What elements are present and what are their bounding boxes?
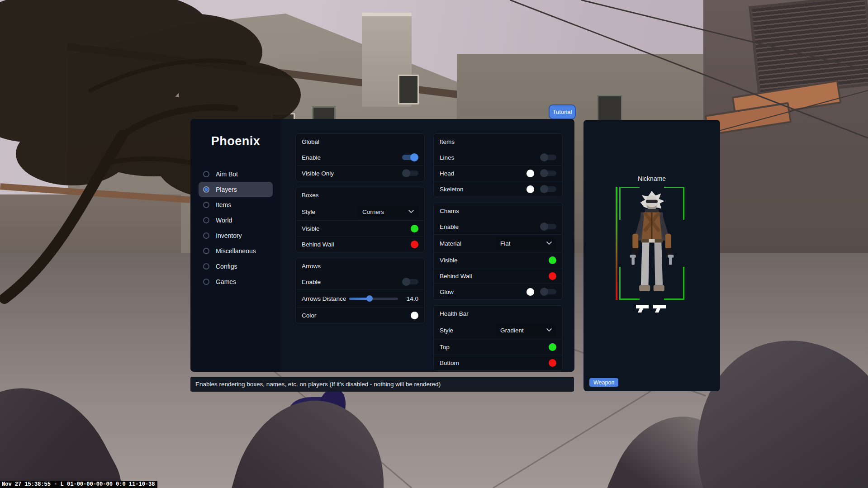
sidebar-item-world[interactable]: World (199, 213, 273, 228)
setting-row: Head (434, 165, 562, 181)
setting-row: Skeleton (434, 181, 562, 197)
setting-label: Style (440, 327, 453, 334)
setting-row: Visible Only (296, 165, 424, 181)
chams-enable-toggle[interactable] (540, 224, 556, 229)
cheat-menu-window: Phoenix Aim Bot Players Items World Inve… (190, 119, 574, 372)
visible-only-toggle[interactable] (402, 171, 418, 176)
sidebar-item-label: Configs (216, 263, 237, 270)
dropdown-value: Gradient (500, 327, 524, 334)
setting-row: Visible (434, 252, 562, 268)
sidebar-item-label: Games (216, 278, 236, 285)
setting-label: Skeleton (440, 186, 464, 193)
tooltip-bar: Enables rendering boxes, names, etc. on … (190, 377, 574, 392)
glow-toggle[interactable] (540, 289, 556, 294)
sidebar-item-games[interactable]: Games (199, 274, 273, 289)
setting-label: Behind Wall (440, 273, 472, 280)
arrows-color-swatch[interactable] (411, 312, 418, 319)
radio-icon (203, 186, 209, 193)
section-items: Items Lines Head Skeleton (433, 133, 563, 197)
setting-label: Arrows Distance (302, 295, 346, 302)
section-header: Chams (434, 203, 562, 219)
setting-row: Enable (434, 219, 562, 234)
setting-label: Top (440, 344, 450, 351)
boxes-style-dropdown[interactable]: Corners (358, 205, 418, 218)
section-header: Health Bar (434, 306, 562, 322)
arrows-enable-toggle[interactable] (402, 279, 418, 284)
arrows-distance-slider[interactable] (349, 298, 398, 300)
sidebar-item-label: Inventory (216, 232, 242, 239)
toggle-knob (540, 223, 548, 231)
setting-row: Arrows Distance 14.0 (296, 289, 424, 307)
section-header: Items (434, 134, 562, 150)
setting-label: Enable (302, 154, 321, 161)
radio-icon (203, 232, 209, 239)
radio-icon (203, 217, 209, 223)
preview-stage (619, 187, 684, 300)
setting-row: Color (296, 307, 424, 323)
setting-label: Visible (440, 257, 458, 264)
boxes-visible-color-swatch[interactable] (411, 225, 418, 232)
setting-row: Visible (296, 220, 424, 236)
toggle-knob (540, 185, 548, 193)
sidebar-item-items[interactable]: Items (199, 197, 273, 213)
radio-icon (203, 263, 209, 270)
section-header: Arrows (296, 258, 424, 274)
section-boxes: Boxes Style Corners Visible Behind Wall (295, 187, 425, 252)
sidebar-item-inventory[interactable]: Inventory (199, 228, 273, 243)
skeleton-toggle[interactable] (540, 186, 556, 192)
chams-visible-color-swatch[interactable] (549, 256, 556, 264)
toggle-knob (540, 153, 548, 161)
section-header: Boxes (296, 187, 424, 203)
slider-knob[interactable] (366, 295, 373, 302)
section-header: Global (296, 134, 424, 150)
chevron-down-icon (546, 328, 552, 332)
health-bar-top-color-swatch[interactable] (549, 343, 556, 351)
health-gradient-bar (616, 187, 617, 300)
pistol-icons (636, 303, 668, 313)
setting-label: Material (440, 240, 461, 247)
chams-behind-wall-color-swatch[interactable] (549, 272, 556, 280)
setting-label: Behind Wall (302, 241, 334, 248)
menu-sidebar: Phoenix Aim Bot Players Items World Inve… (190, 119, 281, 372)
section-chams: Chams Enable Material Flat Visible (433, 203, 563, 300)
radio-icon (203, 279, 209, 285)
setting-row: Behind Wall (434, 268, 562, 284)
sidebar-item-configs[interactable]: Configs (199, 259, 273, 274)
section-arrows: Arrows Enable Arrows Distance 14.0 (295, 258, 425, 323)
section-global: Global Enable Visible Only (295, 133, 425, 181)
radio-icon (203, 248, 209, 254)
weapon-button[interactable]: Weapon (589, 378, 618, 387)
items-lines-toggle[interactable] (540, 155, 556, 160)
setting-label: Style (302, 208, 315, 215)
toggle-knob (540, 288, 548, 296)
chams-material-dropdown[interactable]: Flat (496, 237, 556, 250)
tutorial-button[interactable]: Tutorial (549, 104, 576, 119)
glow-color-swatch[interactable] (526, 288, 534, 296)
sidebar-item-aim-bot[interactable]: Aim Bot (199, 166, 273, 182)
head-color-swatch[interactable] (526, 170, 534, 177)
setting-label: Visible (302, 225, 320, 232)
setting-row: Lines (434, 150, 562, 165)
global-enable-toggle[interactable] (402, 155, 418, 160)
toggle-knob (402, 278, 410, 286)
head-toggle[interactable] (540, 171, 556, 176)
setting-label: Glow (440, 289, 454, 295)
setting-row: Material Flat (434, 234, 562, 252)
setting-row: Enable (296, 274, 424, 289)
health-bar-bottom-color-swatch[interactable] (549, 359, 556, 367)
sidebar-item-label: Items (216, 201, 231, 208)
arrows-distance-value: 14.0 (404, 295, 418, 302)
boxes-behind-wall-color-swatch[interactable] (411, 241, 418, 248)
skeleton-color-swatch[interactable] (526, 185, 534, 193)
preview-nickname: Nickname (583, 175, 720, 182)
sidebar-item-label: Aim Bot (216, 171, 238, 178)
sidebar-item-players[interactable]: Players (199, 182, 273, 197)
setting-label: Visible Only (302, 170, 334, 177)
toggle-knob (410, 153, 418, 161)
health-bar-style-dropdown[interactable]: Gradient (496, 324, 556, 336)
menu-title: Phoenix (190, 134, 281, 148)
setting-row: Top (434, 339, 562, 355)
demo-timestamp: Nov 27 15:38:55 - L 01-00-00-00-00 0:0 1… (0, 481, 157, 488)
sidebar-item-miscellaneous[interactable]: Miscellaneous (199, 243, 273, 259)
setting-label: Bottom (440, 360, 459, 366)
